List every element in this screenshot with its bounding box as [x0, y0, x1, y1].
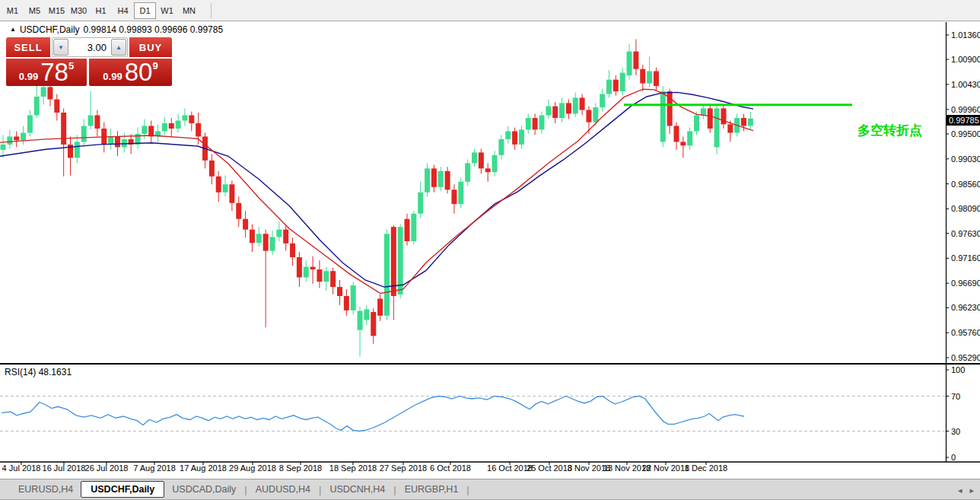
tab-separator: |	[244, 484, 247, 495]
lot-size-spinner: ▼ ▲	[52, 37, 128, 57]
sell-price-small: 0.99	[19, 71, 38, 82]
timeframe-toolbar: M1M5M15M30H1H4D1W1MN	[0, 0, 980, 21]
tab-usdcad-daily[interactable]: USDCAD,Daily	[164, 481, 243, 498]
svg-text:1.00900: 1.00900	[951, 55, 980, 64]
svg-text:0.99785: 0.99785	[949, 116, 979, 125]
svg-text:0.97160: 0.97160	[951, 253, 980, 263]
svg-text:1 Dec 2018: 1 Dec 2018	[685, 463, 727, 473]
tab-scroll-arrows: ◂ ▸	[958, 479, 974, 500]
buy-price-big: 80	[125, 59, 153, 85]
svg-text:8 Sep 2018: 8 Sep 2018	[279, 463, 322, 473]
chart-symbol-period: USDCHF,Daily	[20, 24, 80, 35]
sell-price-sup: 5	[68, 60, 74, 72]
svg-text:0.96690: 0.96690	[951, 279, 980, 288]
tab-scroll-left-icon[interactable]: ◂	[958, 486, 963, 495]
lot-increase-button[interactable]: ▲	[111, 39, 126, 56]
svg-text:6 Oct 2018: 6 Oct 2018	[430, 463, 471, 473]
buy-price-sup: 9	[152, 60, 158, 72]
sell-price-big: 78	[40, 59, 68, 85]
buy-price-small: 0.99	[103, 71, 122, 82]
lot-size-input[interactable]	[69, 39, 110, 56]
tab-audusd-h4[interactable]: AUDUSD,H4	[248, 481, 318, 498]
svg-text:0.96230: 0.96230	[951, 303, 980, 312]
timeframe-m30[interactable]: M30	[68, 2, 90, 19]
svg-text:1.00430: 1.00430	[951, 80, 980, 89]
chart-title: ▲ USDCHF,Daily 0.99814 0.99893 0.99696 0…	[10, 24, 223, 35]
timeframe-h4[interactable]: H4	[112, 2, 134, 19]
tab-eurgbp-h1[interactable]: EURGBP,H1	[397, 481, 466, 498]
collapse-triangle-icon[interactable]: ▲	[10, 26, 16, 33]
svg-text:0.97630: 0.97630	[951, 229, 980, 238]
svg-text:0.95760: 0.95760	[951, 328, 980, 337]
tab-eurusd-h4[interactable]: EURUSD,H4	[11, 481, 81, 498]
svg-text:0.99960: 0.99960	[951, 105, 980, 114]
timeframe-m1[interactable]: M1	[2, 2, 24, 19]
svg-text:18 Sep 2018: 18 Sep 2018	[329, 463, 377, 473]
toolbar-separator	[211, 3, 212, 18]
timeframe-w1[interactable]: W1	[156, 2, 178, 19]
lot-decrease-button[interactable]: ▼	[53, 39, 68, 56]
timeframe-h1[interactable]: H1	[90, 2, 112, 19]
svg-text:0.95290: 0.95290	[951, 353, 980, 362]
chart-ohlc-values: 0.99814 0.99893 0.99696 0.99785	[84, 24, 224, 35]
buy-button[interactable]: BUY	[129, 37, 172, 57]
svg-text:1.01360: 1.01360	[951, 30, 980, 40]
tab-usdchf-daily[interactable]: USDCHF,Daily	[81, 481, 164, 498]
svg-text:0.98090: 0.98090	[951, 204, 980, 213]
date-axis: 4 Jul 201816 Jul 201826 Jul 20187 Aug 20…	[2, 462, 728, 473]
svg-text:30: 30	[951, 427, 960, 436]
buy-price-box[interactable]: 0.99 80 9	[89, 59, 172, 86]
chart-tabbar: EURUSD,H4USDCHF,DailyUSDCAD,Daily|AUDUSD…	[0, 479, 980, 500]
annotation-text[interactable]: 多空转折点	[858, 122, 922, 139]
svg-text:0.99030: 0.99030	[951, 154, 980, 164]
tab-separator: |	[466, 484, 469, 495]
svg-text:22 Nov 2018: 22 Nov 2018	[642, 463, 689, 473]
svg-text:27 Sep 2018: 27 Sep 2018	[380, 463, 427, 473]
svg-text:0.98560: 0.98560	[951, 180, 980, 189]
svg-text:0.99500: 0.99500	[951, 129, 980, 139]
svg-text:16 Jul 2018: 16 Jul 2018	[43, 463, 86, 473]
timeframe-d1[interactable]: D1	[134, 2, 156, 19]
svg-text:25 Oct 2018: 25 Oct 2018	[527, 463, 572, 473]
svg-text:17 Aug 2018: 17 Aug 2018	[180, 463, 227, 473]
svg-text:100: 100	[951, 365, 965, 374]
tab-separator: |	[393, 484, 396, 495]
timeframe-m5[interactable]: M5	[24, 2, 46, 19]
svg-text:29 Aug 2018: 29 Aug 2018	[229, 463, 276, 473]
svg-text:4 Jul 2018: 4 Jul 2018	[2, 463, 41, 473]
sell-button[interactable]: SELL	[6, 37, 50, 57]
svg-text:0: 0	[951, 453, 956, 462]
mt4-window: M1M5M15M30H1H4D1W1MN 1.013601.009001.004…	[0, 0, 980, 500]
svg-text:16 Oct 2018: 16 Oct 2018	[487, 463, 533, 473]
timeframe-m15[interactable]: M15	[46, 2, 68, 19]
timeframe-mn[interactable]: MN	[178, 2, 200, 19]
tab-separator: |	[319, 484, 321, 495]
sell-price-box[interactable]: 0.99 78 5	[6, 59, 87, 86]
svg-text:26 Jul 2018: 26 Jul 2018	[85, 463, 129, 473]
rsi-indicator-label: RSI(14) 48.1631	[5, 367, 72, 377]
svg-text:7 Aug 2018: 7 Aug 2018	[133, 463, 176, 473]
tab-scroll-right-icon[interactable]: ▸	[969, 486, 974, 495]
tab-usdcnh-h4[interactable]: USDCNH,H4	[322, 481, 393, 498]
price-chart-svg[interactable]: 1.013601.009001.004300.999600.995000.990…	[0, 21, 980, 479]
one-click-trade-panel: SELL ▼ ▲ BUY 0.99 78 5 0.99 80 9	[6, 37, 172, 86]
svg-text:70: 70	[951, 392, 960, 401]
